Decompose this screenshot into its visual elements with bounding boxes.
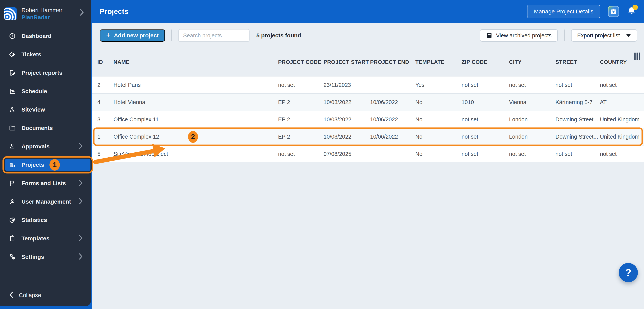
cell-street: not set bbox=[556, 82, 600, 88]
column-header-zip-code[interactable]: ZIP CODE bbox=[462, 59, 509, 65]
page-header: Projects Manage Project Details bbox=[92, 0, 644, 23]
cell-country: not set bbox=[600, 82, 644, 88]
collapse-button[interactable]: Collapse bbox=[0, 289, 91, 301]
folder-icon bbox=[9, 124, 16, 132]
cell-project-start: 10/03/2022 bbox=[324, 99, 370, 106]
plus-icon: + bbox=[106, 32, 110, 39]
cell-project-start: 23/11/2023 bbox=[324, 82, 370, 88]
clipboard-icon bbox=[9, 235, 16, 242]
cell-project-start: 07/08/2025 bbox=[324, 151, 370, 157]
cell-street: Downing Street... bbox=[556, 134, 600, 140]
chevron-left-icon bbox=[9, 291, 14, 299]
cell-project-end: 10/06/2022 bbox=[370, 134, 415, 140]
cell-template: No bbox=[415, 151, 462, 157]
sidebar-item-documents[interactable]: Documents bbox=[0, 119, 91, 137]
column-header-project-start[interactable]: PROJECT START bbox=[324, 59, 370, 65]
chevron-right-icon bbox=[78, 235, 83, 242]
cell-city: London bbox=[509, 134, 556, 140]
sidebar-item-project-reports[interactable]: Project reports bbox=[0, 64, 91, 82]
cell-project-code: EP 2 bbox=[278, 116, 324, 123]
projects-toolbar: + Add new project 5 projects found View … bbox=[92, 23, 644, 48]
view-archived-projects-button[interactable]: View archived projects bbox=[480, 29, 558, 42]
cell-street: not set bbox=[556, 151, 600, 157]
chevron-right-icon bbox=[78, 253, 83, 261]
table-row[interactable]: 4 Hotel Vienna EP 2 10/03/2022 10/06/202… bbox=[92, 93, 644, 110]
page-title: Projects bbox=[100, 8, 128, 16]
cell-city: not set bbox=[509, 151, 556, 157]
column-header-template[interactable]: TEMPLATE bbox=[415, 59, 462, 65]
table-row[interactable]: 1 Office Complex 12 EP 2 10/03/2022 10/0… bbox=[92, 128, 644, 145]
cell-city: London bbox=[509, 116, 556, 123]
cell-country: United Kingdom bbox=[600, 116, 644, 123]
sidebar-item-approvals[interactable]: Approvals bbox=[0, 137, 91, 156]
search-input[interactable] bbox=[178, 29, 250, 42]
cell-template: No bbox=[415, 134, 462, 140]
sidebar-item-templates[interactable]: Templates bbox=[0, 229, 91, 248]
account-switcher[interactable]: Robert Hammer PlanRadar bbox=[0, 0, 91, 25]
planradar-logo-icon bbox=[4, 7, 17, 20]
sidebar-item-settings[interactable]: Settings bbox=[0, 248, 91, 266]
sidebar-item-forms-and-lists[interactable]: Forms and Lists bbox=[0, 174, 91, 192]
chevron-right-icon bbox=[78, 198, 83, 206]
sidebar-item-dashboard[interactable]: Dashboard bbox=[0, 27, 91, 45]
column-header-id[interactable]: ID bbox=[97, 59, 114, 65]
cell-project-code: not set bbox=[278, 151, 324, 157]
manage-project-details-button[interactable]: Manage Project Details bbox=[527, 5, 600, 18]
cell-template: Yes bbox=[415, 82, 462, 88]
cell-zip-code: not set bbox=[462, 82, 509, 88]
cell-project-code: EP 2 bbox=[278, 99, 324, 106]
annotation-step-badge-2: 2 bbox=[188, 131, 198, 143]
collapse-label: Collapse bbox=[19, 292, 41, 298]
notifications-button[interactable] bbox=[627, 6, 636, 17]
table-row[interactable]: 2 Hotel Paris not set 23/11/2023 Yes not… bbox=[92, 76, 644, 93]
table-row[interactable]: 3 Office Complex 11 EP 2 10/03/2022 10/0… bbox=[92, 110, 644, 128]
cell-id: 4 bbox=[97, 99, 114, 106]
cell-name: Hotel Vienna bbox=[114, 99, 278, 106]
user-name: Robert Hammer bbox=[22, 6, 62, 14]
cell-project-start: 10/03/2022 bbox=[324, 134, 370, 140]
chevron-right-icon bbox=[79, 8, 85, 17]
ai-assistant-button[interactable] bbox=[608, 6, 619, 17]
archive-icon bbox=[486, 32, 492, 39]
projects-table: 2 Hotel Paris not set 23/11/2023 Yes not… bbox=[92, 76, 644, 162]
sidebar-item-siteview[interactable]: SiteView bbox=[0, 100, 91, 119]
column-header-project-code[interactable]: PROJECT CODE bbox=[278, 59, 324, 65]
building-icon bbox=[9, 162, 16, 168]
add-new-project-button[interactable]: + Add new project bbox=[100, 29, 165, 42]
table-row[interactable]: 5 SiteView Demoproject not set 07/08/202… bbox=[92, 145, 644, 162]
chevron-right-icon bbox=[78, 142, 83, 150]
sidebar-item-projects[interactable]: Projects 1 bbox=[5, 159, 90, 171]
table-header: IDNAMEPROJECT CODEPROJECT STARTPROJECT E… bbox=[92, 48, 644, 76]
cell-city: not set bbox=[509, 82, 556, 88]
sidebar-nav: Dashboard Tickets Project reports Schedu… bbox=[0, 27, 91, 266]
cell-street: Kärtnerring 5-7 bbox=[556, 99, 600, 106]
flag-icon bbox=[9, 180, 16, 187]
results-count: 5 projects found bbox=[256, 32, 301, 39]
help-button[interactable]: ? bbox=[619, 263, 638, 282]
cell-city: Vienna bbox=[509, 99, 556, 106]
chevron-right-icon bbox=[78, 180, 83, 187]
gauge-icon bbox=[9, 32, 16, 40]
column-header-street[interactable]: STREET bbox=[556, 59, 600, 65]
cell-project-code: EP 2 bbox=[278, 134, 324, 140]
sidebar-item-tickets[interactable]: Tickets bbox=[0, 45, 91, 64]
cell-name: SiteView Demoproject bbox=[114, 151, 278, 157]
cell-project-start: 10/03/2022 bbox=[324, 116, 370, 123]
toolbar-divider bbox=[171, 30, 172, 42]
column-settings-icon[interactable] bbox=[634, 52, 640, 60]
column-header-project-end[interactable]: PROJECT END bbox=[370, 59, 415, 65]
cell-id: 3 bbox=[97, 116, 114, 123]
ai-butterfly-icon bbox=[610, 8, 618, 16]
caret-down-icon bbox=[626, 34, 631, 37]
organization-name: PlanRadar bbox=[22, 14, 62, 21]
sidebar-item-statistics[interactable]: Statistics bbox=[0, 211, 91, 229]
cell-name: Hotel Paris bbox=[114, 82, 278, 88]
cell-id: 2 bbox=[97, 82, 114, 88]
column-header-city[interactable]: CITY bbox=[509, 59, 556, 65]
siteview-icon bbox=[9, 106, 16, 113]
sidebar-item-user-management[interactable]: User Management bbox=[0, 192, 91, 211]
sidebar-item-schedule[interactable]: Schedule bbox=[0, 82, 91, 100]
column-header-name[interactable]: NAME bbox=[114, 59, 278, 65]
export-project-list-button[interactable]: Export project list bbox=[571, 29, 637, 42]
tag-icon bbox=[9, 51, 16, 58]
